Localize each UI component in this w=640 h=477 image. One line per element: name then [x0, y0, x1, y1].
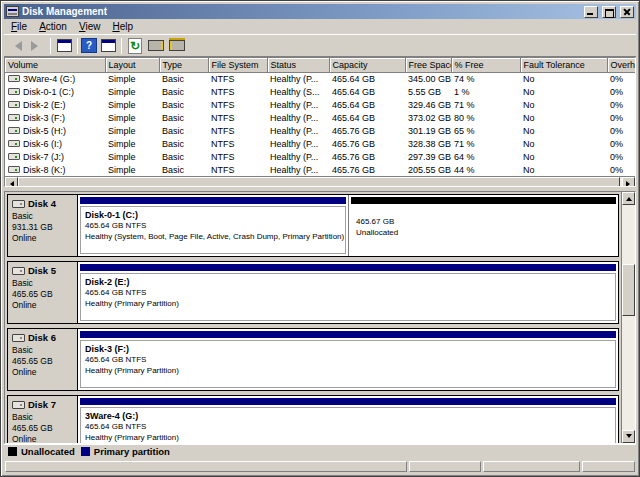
title-bar[interactable]: Disk Management	[4, 4, 636, 19]
volume-file-system: NTFS	[208, 85, 267, 98]
partition-body: Disk-0-1 (C:) 465.64 GB NTFS Healthy (Sy…	[80, 206, 346, 254]
volume-status: Healthy (P...	[267, 72, 329, 85]
partition[interactable]: Disk-0-1 (C:) 465.64 GB NTFS Healthy (Sy…	[78, 195, 348, 256]
volume-type: Basic	[159, 85, 208, 98]
column-header[interactable]: Capacity	[329, 58, 405, 72]
disk-type: Basic	[12, 278, 75, 289]
volume-pct-free: 74 %	[451, 72, 520, 85]
disk-header-panel[interactable]: Disk 5 Basic 465.65 GB Online	[8, 262, 78, 323]
app-icon	[6, 6, 19, 17]
volume-type: Basic	[159, 163, 208, 176]
volume-icon	[8, 114, 20, 121]
refresh-icon[interactable]	[125, 36, 145, 56]
disk-type: Basic	[12, 412, 75, 423]
volume-row[interactable]: Disk-2 (E:) Simple Basic NTFS Healthy (P…	[5, 98, 636, 111]
menu-item-action[interactable]: Action	[33, 20, 73, 33]
volume-status: Healthy (S...	[267, 85, 329, 98]
legend-bar: Unallocated Primary partition	[4, 444, 636, 458]
volume-status: Healthy (P...	[267, 150, 329, 163]
partition[interactable]: 3Ware-4 (G:) 465.64 GB NTFS Healthy (Pri…	[78, 396, 618, 443]
volume-row[interactable]: Disk-8 (K:) Simple Basic NTFS Healthy (P…	[5, 163, 636, 176]
vertical-scrollbar[interactable]	[621, 192, 635, 443]
menu-item-file[interactable]: File	[5, 20, 33, 33]
console-tree-icon[interactable]	[54, 36, 74, 56]
column-header[interactable]: % Free	[451, 58, 520, 72]
volume-name: Disk-6 (I:)	[23, 139, 62, 149]
volume-capacity: 465.64 GB	[329, 111, 405, 124]
partition-status: Healthy (System, Boot, Page File, Active…	[85, 232, 341, 243]
help-icon[interactable]	[81, 38, 97, 53]
disk-header-panel[interactable]: Disk 7 Basic 465.65 GB Online	[8, 396, 78, 443]
scroll-down-button[interactable]	[622, 430, 635, 443]
column-header[interactable]: Type	[159, 58, 208, 72]
partition[interactable]: Disk-3 (F:) 465.64 GB NTFS Healthy (Prim…	[78, 329, 618, 390]
volume-row[interactable]: Disk-0-1 (C:) Simple Basic NTFS Healthy …	[5, 85, 636, 98]
column-header[interactable]: Overhead	[607, 58, 636, 72]
volume-file-system: NTFS	[208, 72, 267, 85]
volume-type: Basic	[159, 150, 208, 163]
volume-fault-tolerance: No	[520, 137, 607, 150]
partition-color-strip	[351, 197, 616, 204]
partition-title: Disk-3 (F:)	[85, 343, 611, 355]
volume-status: Healthy (P...	[267, 98, 329, 111]
volume-layout: Simple	[105, 163, 159, 176]
back-icon[interactable]	[6, 36, 26, 56]
column-header[interactable]: Volume	[5, 58, 105, 72]
partition-status: Healthy (Primary Partition)	[85, 366, 611, 377]
disk-header-panel[interactable]: Disk 6 Basic 465.65 GB Online	[8, 329, 78, 390]
horizontal-scroll-thumb[interactable]	[18, 177, 620, 187]
disk-name: Disk 6	[28, 332, 56, 344]
maximize-button[interactable]	[602, 6, 616, 18]
disk-settings-icon[interactable]	[167, 36, 187, 56]
minimize-button[interactable]	[584, 6, 598, 18]
disk-area: Disk 4 Basic 931.31 GB Online Disk-0-1 (…	[5, 192, 621, 443]
volume-capacity: 465.76 GB	[329, 124, 405, 137]
column-header[interactable]: Fault Tolerance	[520, 58, 607, 72]
vertical-scroll-track[interactable]	[622, 205, 635, 430]
volume-icon	[8, 140, 20, 147]
disk-graph: Disk-3 (F:) 465.64 GB NTFS Healthy (Prim…	[78, 329, 618, 390]
status-pane	[582, 461, 635, 472]
partition-body: Disk-2 (E:) 465.64 GB NTFS Healthy (Prim…	[80, 273, 616, 321]
volume-icon	[8, 101, 20, 108]
scroll-left-button[interactable]	[5, 177, 18, 187]
partition[interactable]: Disk-2 (E:) 465.64 GB NTFS Healthy (Prim…	[78, 262, 618, 323]
forward-icon[interactable]	[27, 36, 47, 56]
disk-row: Disk 5 Basic 465.65 GB Online Disk-2 (E:…	[7, 261, 619, 324]
properties-window-icon[interactable]	[98, 36, 118, 56]
partition[interactable]: 465.67 GB Unallocated	[348, 195, 618, 256]
disk-header-panel[interactable]: Disk 4 Basic 931.31 GB Online	[8, 195, 78, 256]
menu-item-view[interactable]: View	[73, 20, 107, 33]
column-header[interactable]: Status	[267, 58, 329, 72]
volume-overhead: 0%	[607, 98, 636, 111]
volume-list-pane: VolumeLayoutTypeFile SystemStatusCapacit…	[4, 57, 636, 187]
disk-icon	[12, 401, 25, 409]
legend-item: Primary partition	[81, 446, 170, 457]
close-button[interactable]	[620, 6, 634, 18]
volume-row[interactable]: Disk-5 (H:) Simple Basic NTFS Healthy (P…	[5, 124, 636, 137]
status-pane	[483, 461, 580, 472]
vertical-scroll-thumb[interactable]	[622, 264, 635, 316]
scroll-right-button[interactable]	[622, 177, 635, 187]
volume-name: Disk-8 (K:)	[23, 165, 66, 175]
disk-size: 465.65 GB	[12, 356, 75, 367]
disk-icon	[12, 200, 25, 208]
partition-status: Unallocated	[356, 228, 611, 239]
horizontal-scrollbar[interactable]	[5, 176, 635, 187]
volume-row[interactable]: Disk-7 (J:) Simple Basic NTFS Healthy (P…	[5, 150, 636, 163]
status-pane	[5, 461, 407, 472]
volume-icon	[8, 153, 20, 160]
disk-row: Disk 4 Basic 931.31 GB Online Disk-0-1 (…	[7, 194, 619, 257]
volume-status: Healthy (P...	[267, 111, 329, 124]
rescan-disks-icon[interactable]	[146, 36, 166, 56]
volume-row[interactable]: Disk-6 (I:) Simple Basic NTFS Healthy (P…	[5, 137, 636, 150]
scroll-up-button[interactable]	[622, 192, 635, 205]
volume-row[interactable]: Disk-3 (F:) Simple Basic NTFS Healthy (P…	[5, 111, 636, 124]
column-header[interactable]: Layout	[105, 58, 159, 72]
volume-overhead: 0%	[607, 150, 636, 163]
partition-color-strip	[80, 264, 616, 271]
column-header[interactable]: Free Space	[405, 58, 451, 72]
column-header[interactable]: File System	[208, 58, 267, 72]
menu-item-help[interactable]: Help	[106, 20, 139, 33]
volume-row[interactable]: 3Ware-4 (G:) Simple Basic NTFS Healthy (…	[5, 72, 636, 85]
